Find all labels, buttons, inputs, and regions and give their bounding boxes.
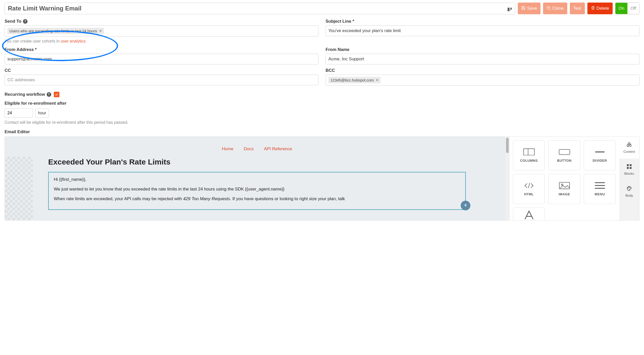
email-paragraph-2: When rate limits are exceeded, your API … bbox=[54, 196, 460, 202]
help-icon[interactable]: ? bbox=[47, 92, 51, 97]
email-editor-label: Email Editor bbox=[5, 129, 639, 134]
svg-rect-18 bbox=[627, 164, 629, 166]
email-greeting: Hi {{first_name}}, bbox=[54, 176, 460, 183]
svg-rect-0 bbox=[508, 8, 509, 11]
tab-blocks[interactable]: Blocks bbox=[619, 159, 639, 181]
toggle-on[interactable]: On bbox=[615, 3, 627, 14]
bcc-label: BCC bbox=[326, 68, 639, 73]
subject-input[interactable] bbox=[326, 25, 639, 36]
tile-menu[interactable]: MENU bbox=[584, 174, 616, 204]
tile-html[interactable]: HTML bbox=[513, 174, 545, 204]
test-button[interactable]: Test bbox=[570, 3, 585, 14]
send-to-label: Send To ? bbox=[5, 19, 318, 24]
delete-button[interactable]: Delete bbox=[587, 3, 613, 14]
email-editor-frame: Home Docs API Reference Exceeded Your Pl… bbox=[5, 136, 639, 221]
bcc-chip[interactable]: 12345@bcc.hubspot.com ✕ bbox=[328, 77, 381, 83]
cc-input[interactable] bbox=[5, 75, 318, 85]
email-body-block[interactable]: Hi {{first_name}}, We just wanted to let… bbox=[48, 172, 466, 210]
help-icon[interactable]: ? bbox=[23, 19, 28, 24]
svg-rect-19 bbox=[630, 164, 632, 166]
close-icon[interactable]: ✕ bbox=[376, 78, 379, 82]
svg-rect-6 bbox=[559, 149, 570, 154]
reenroll-label: Eligible for re-enrollment after bbox=[5, 101, 639, 106]
tile-image[interactable]: IMAGE bbox=[548, 174, 580, 204]
divider-icon bbox=[594, 148, 606, 156]
cc-label: CC bbox=[5, 68, 318, 73]
tile-extra[interactable] bbox=[513, 208, 545, 221]
from-name-input[interactable] bbox=[326, 54, 639, 64]
scroll-thumb[interactable] bbox=[506, 138, 509, 153]
tile-columns[interactable]: COLUMNS bbox=[513, 140, 545, 170]
from-name-label: From Name bbox=[326, 47, 639, 52]
nav-docs-link[interactable]: Docs bbox=[244, 146, 254, 151]
image-icon bbox=[559, 182, 570, 189]
on-off-toggle[interactable]: On Off bbox=[615, 3, 639, 14]
svg-rect-21 bbox=[630, 167, 632, 169]
recurring-checkbox[interactable] bbox=[54, 92, 59, 97]
reenroll-value-input[interactable] bbox=[5, 108, 33, 118]
svg-line-8 bbox=[528, 183, 530, 188]
trash-icon bbox=[591, 6, 595, 11]
email-canvas[interactable]: Home Docs API Reference Exceeded Your Pl… bbox=[5, 137, 509, 220]
email-paragraph-1: We just wanted to let you know that you … bbox=[54, 186, 460, 192]
workflow-title-input[interactable]: Rate Limit Warning Email bbox=[5, 3, 515, 14]
editor-sidebar: COLUMNS BUTTON DIVIDER HTML IMAGE bbox=[509, 137, 639, 220]
text-icon bbox=[523, 213, 535, 218]
tab-content[interactable]: Content bbox=[619, 137, 639, 159]
workflow-title-text: Rate Limit Warning Email bbox=[8, 5, 81, 12]
nav-api-link[interactable]: API Reference bbox=[264, 146, 292, 151]
svg-rect-1 bbox=[510, 8, 510, 11]
save-icon bbox=[521, 6, 525, 11]
toggle-off[interactable]: Off bbox=[627, 3, 639, 14]
email-nav: Home Docs API Reference bbox=[33, 144, 481, 158]
canvas-scrollbar[interactable] bbox=[506, 137, 509, 220]
cohort-chip[interactable]: Users who are exceeding rate limits in l… bbox=[7, 28, 104, 34]
title-bar-icon bbox=[507, 6, 512, 11]
svg-rect-16 bbox=[627, 145, 629, 146]
nav-home-link[interactable]: Home bbox=[222, 146, 233, 151]
clone-icon bbox=[547, 6, 551, 11]
clone-button[interactable]: Clone bbox=[543, 3, 567, 14]
from-address-label: From Address * bbox=[5, 47, 318, 52]
svg-rect-2 bbox=[511, 8, 512, 10]
save-button[interactable]: Save bbox=[518, 3, 540, 14]
send-to-hint: You can create user cohorts in user anal… bbox=[5, 39, 318, 44]
menu-icon bbox=[594, 182, 606, 189]
svg-rect-9 bbox=[559, 182, 569, 189]
recurring-label: Recurring workflow ? bbox=[5, 92, 51, 97]
bcc-input[interactable]: 12345@bcc.hubspot.com ✕ bbox=[326, 75, 639, 86]
svg-rect-20 bbox=[627, 167, 629, 169]
close-icon[interactable]: ✕ bbox=[99, 29, 102, 33]
html-icon bbox=[523, 182, 535, 189]
from-address-input[interactable] bbox=[5, 54, 318, 64]
svg-point-17 bbox=[629, 145, 631, 146]
tile-button[interactable]: BUTTON bbox=[548, 140, 580, 170]
transparency-grid bbox=[5, 157, 33, 220]
svg-marker-15 bbox=[628, 142, 631, 144]
block-drag-handle[interactable] bbox=[461, 201, 470, 210]
svg-point-24 bbox=[630, 187, 630, 188]
tile-divider[interactable]: DIVIDER bbox=[584, 140, 616, 170]
grid-icon bbox=[626, 164, 632, 170]
tab-body[interactable]: Body bbox=[619, 181, 639, 202]
svg-point-23 bbox=[629, 187, 629, 188]
send-to-input[interactable]: Users who are exceeding rate limits in l… bbox=[5, 25, 318, 36]
email-heading[interactable]: Exceeded Your Plan's Rate Limits bbox=[48, 158, 466, 166]
reenroll-unit-select[interactable]: hour bbox=[35, 108, 49, 118]
svg-rect-3 bbox=[548, 7, 550, 10]
svg-rect-4 bbox=[523, 149, 534, 155]
svg-point-22 bbox=[628, 188, 628, 188]
columns-icon bbox=[523, 148, 535, 156]
shapes-icon bbox=[626, 142, 632, 148]
button-icon bbox=[559, 148, 570, 156]
user-analytics-link[interactable]: user analytics bbox=[61, 39, 86, 43]
palette-icon bbox=[626, 186, 632, 192]
svg-point-10 bbox=[561, 184, 563, 185]
reenroll-hint: Contact will be eligible for re-enrollme… bbox=[5, 120, 639, 125]
subject-label: Subject Line * bbox=[326, 19, 639, 24]
